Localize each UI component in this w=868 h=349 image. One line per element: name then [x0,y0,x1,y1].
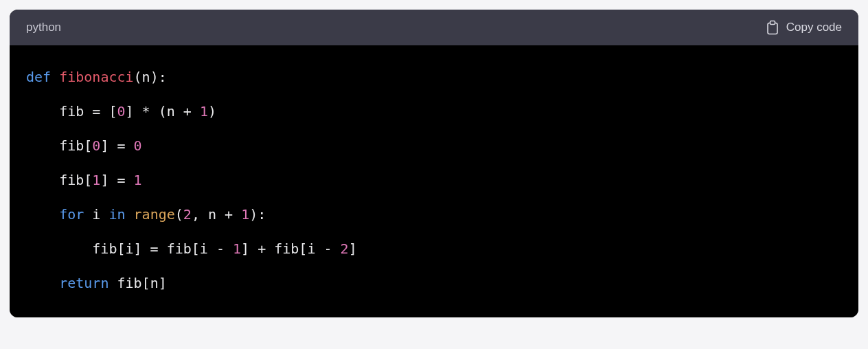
copy-code-label: Copy code [786,21,842,34]
copy-code-button[interactable]: Copy code [766,20,842,35]
clipboard-icon [766,20,779,35]
code-block: python Copy code def fibonacci(n): fib =… [10,10,858,317]
language-label: python [26,21,61,34]
svg-rect-1 [770,21,775,25]
code-body: def fibonacci(n): fib = [0] * (n + 1) fi… [10,45,858,317]
code-header: python Copy code [10,10,858,45]
code-content[interactable]: def fibonacci(n): fib = [0] * (n + 1) fi… [26,60,842,301]
